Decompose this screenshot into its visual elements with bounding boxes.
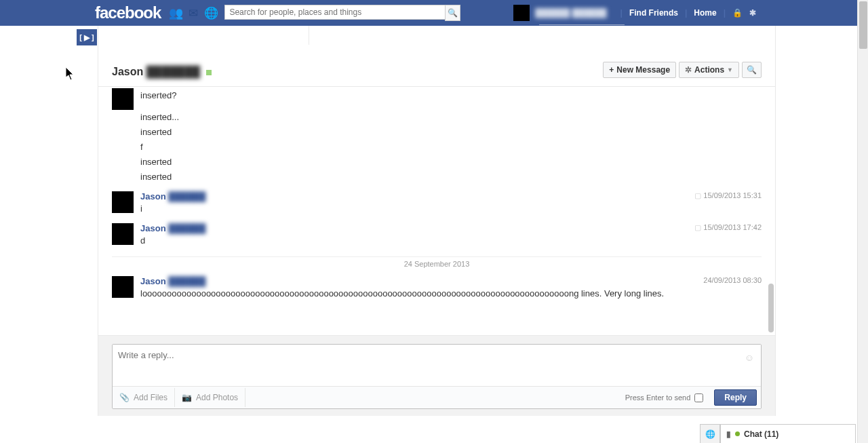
avatar[interactable] (112, 88, 134, 110)
message-sender[interactable]: Jason ██████ (140, 191, 762, 201)
collapse-toggle[interactable]: [ ▶ ] (77, 29, 97, 45)
message-text: inserted (140, 170, 762, 185)
chevron-down-icon: ▼ (727, 66, 733, 73)
message-text: inserted? (140, 88, 762, 103)
online-indicator (735, 431, 740, 436)
date-divider: 24 September 2013 (112, 256, 762, 268)
ticker-toggle[interactable]: 🌐 (700, 424, 720, 443)
profile-name: ██████ ██████ (535, 8, 606, 18)
message-timestamp: ▢15/09/2013 17:42 (694, 223, 762, 232)
new-message-button[interactable]: + New Message (603, 62, 676, 78)
paperclip-icon: 📎 (119, 393, 130, 402)
profile-link[interactable]: ██████ ██████ (513, 5, 613, 21)
camera-icon: 📷 (182, 393, 192, 402)
comment-icon: ▢ (694, 191, 701, 199)
search-icon: 🔍 (747, 65, 757, 75)
message-text: inserted... (140, 110, 762, 125)
friends-icon[interactable]: 👥 (169, 6, 182, 20)
people-icon: ▮ (726, 429, 731, 439)
settings-icon[interactable]: ✱ (749, 8, 756, 18)
avatar[interactable] (112, 191, 134, 213)
messages-icon[interactable]: ✉ (186, 6, 200, 20)
search-button[interactable]: 🔍 (445, 5, 460, 21)
search-conversation-button[interactable]: 🔍 (742, 62, 762, 78)
enter-to-send-label: Press Enter to send (625, 393, 691, 402)
message-timestamp: ▢15/09/2013 15:31 (694, 191, 762, 200)
message-text: looooooooooooooooooooooooooooooooooooooo… (140, 286, 762, 301)
comment-icon: ▢ (694, 223, 701, 231)
add-files-button[interactable]: 📎 Add Files (113, 388, 175, 407)
page-scrollbar[interactable] (857, 0, 868, 443)
emoji-icon[interactable]: ☺ (745, 352, 754, 363)
message-text: i (140, 201, 762, 216)
message-text: d (140, 233, 762, 248)
message-text: inserted (140, 155, 762, 170)
reply-input[interactable] (113, 345, 761, 384)
thread-scrollbar[interactable] (768, 284, 774, 332)
globe-icon: 🌐 (705, 429, 715, 439)
online-indicator (206, 70, 212, 75)
home-link[interactable]: Home (694, 8, 716, 18)
message-sender[interactable]: Jason ██████ (140, 276, 762, 286)
gear-icon: ✲ (685, 65, 692, 75)
avatar[interactable] (112, 223, 134, 245)
message-timestamp: 24/09/2013 08:30 (703, 276, 762, 284)
actions-button[interactable]: ✲ Actions ▼ (679, 62, 739, 78)
conversation-title[interactable]: Jason ███████ (112, 66, 212, 78)
facebook-logo[interactable]: facebook (95, 3, 161, 22)
avatar[interactable] (112, 276, 134, 298)
search-input[interactable] (224, 5, 445, 20)
notifications-icon[interactable]: 🌐 (204, 6, 218, 20)
message-sender[interactable]: Jason ██████ (140, 223, 762, 233)
lock-icon[interactable]: 🔒 (732, 8, 743, 18)
scrollbar-thumb[interactable] (859, 1, 867, 49)
avatar (513, 5, 530, 21)
message-text: inserted (140, 125, 762, 140)
plus-icon: + (609, 65, 614, 75)
message-text: f (140, 140, 762, 155)
title-first-name: Jason (112, 66, 143, 77)
find-friends-link[interactable]: Find Friends (629, 8, 678, 18)
enter-to-send-checkbox[interactable] (694, 393, 703, 402)
mouse-cursor (66, 67, 75, 81)
reply-button[interactable]: Reply (714, 389, 757, 406)
title-last-name: ███████ (146, 66, 200, 77)
chat-tab[interactable]: ▮ Chat (11) (720, 424, 856, 443)
add-photos-button[interactable]: 📷 Add Photos (175, 388, 245, 407)
